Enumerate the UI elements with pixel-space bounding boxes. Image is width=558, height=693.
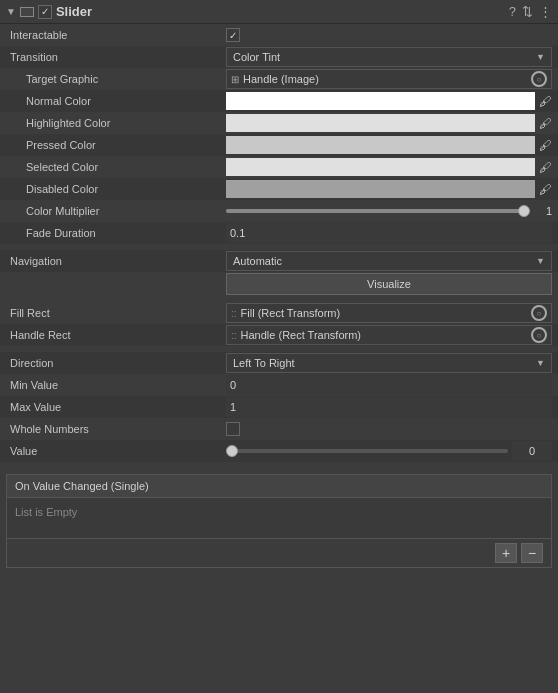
event-empty-text: List is Empty: [15, 506, 77, 518]
eyedropper-pressed-icon[interactable]: 🖋: [539, 138, 552, 153]
max-value-input[interactable]: [226, 397, 552, 417]
component-header: ▼ Slider ? ⇅ ⋮: [0, 0, 558, 24]
color-multiplier-slider-row: 1: [226, 205, 552, 217]
header-actions: ? ⇅ ⋮: [509, 4, 552, 19]
transition-row: Transition Color Tint ▼: [0, 46, 558, 68]
target-graphic-value: ⊞ Handle (Image) ○: [226, 69, 552, 89]
expand-icon[interactable]: ▼: [6, 6, 16, 17]
event-section-body: List is Empty: [7, 498, 551, 538]
value-slider-track[interactable]: [226, 449, 508, 453]
grid-icon: ::: [231, 308, 237, 319]
navigation-value: Automatic ▼: [226, 251, 552, 271]
color-multiplier-label: Color Multiplier: [6, 205, 226, 217]
fill-rect-circle-icon[interactable]: ○: [531, 305, 547, 321]
value-row: Value: [0, 440, 558, 462]
help-icon[interactable]: ?: [509, 4, 516, 19]
interactable-row: Interactable: [0, 24, 558, 46]
fill-rect-value: :: Fill (Rect Transform) ○: [226, 303, 552, 323]
disabled-color-label: Disabled Color: [6, 183, 226, 195]
visualize-button[interactable]: Visualize: [226, 273, 552, 295]
navigation-label: Navigation: [6, 255, 226, 267]
object-icon: ⊞: [231, 74, 239, 85]
pressed-color-value: 🖋: [226, 136, 552, 154]
highlighted-color-value: 🖋: [226, 114, 552, 132]
normal-color-value: 🖋: [226, 92, 552, 110]
value-slider-row: [226, 441, 552, 461]
disabled-color-swatch[interactable]: [226, 180, 535, 198]
component-title: Slider: [56, 4, 505, 19]
highlighted-color-label: Highlighted Color: [6, 117, 226, 129]
target-graphic-label: Target Graphic: [6, 73, 226, 85]
interactable-value: [226, 28, 552, 42]
fill-rect-row: Fill Rect :: Fill (Rect Transform) ○: [0, 302, 558, 324]
handle-rect-field[interactable]: :: Handle (Rect Transform) ○: [226, 325, 552, 345]
pressed-color-swatch[interactable]: [226, 136, 535, 154]
normal-color-label: Normal Color: [6, 95, 226, 107]
handle-rect-row: Handle Rect :: Handle (Rect Transform) ○: [0, 324, 558, 346]
selected-color-value: 🖋: [226, 158, 552, 176]
value-slider-thumb[interactable]: [226, 445, 238, 457]
fade-duration-value: [226, 223, 552, 243]
handle-rect-label: Handle Rect: [6, 329, 226, 341]
direction-value: Left To Right ▼: [226, 353, 552, 373]
event-section: On Value Changed (Single) List is Empty …: [6, 474, 552, 568]
color-multiplier-fill: [226, 209, 524, 213]
direction-label: Direction: [6, 357, 226, 369]
visibility-icon[interactable]: [20, 7, 34, 17]
remove-event-button[interactable]: −: [521, 543, 543, 563]
min-value-row: Min Value: [0, 374, 558, 396]
fade-duration-label: Fade Duration: [6, 227, 226, 239]
color-multiplier-value: 1: [226, 205, 552, 217]
navigation-row: Navigation Automatic ▼: [0, 250, 558, 272]
whole-numbers-label: Whole Numbers: [6, 423, 226, 435]
visualize-row: Visualize: [0, 272, 558, 296]
pressed-color-label: Pressed Color: [6, 139, 226, 151]
selected-color-label: Selected Color: [6, 161, 226, 173]
eyedropper-highlighted-icon[interactable]: 🖋: [539, 116, 552, 131]
selected-color-swatch[interactable]: [226, 158, 535, 176]
selected-color-row: Selected Color 🖋: [0, 156, 558, 178]
spacer-4: [0, 462, 558, 468]
min-value-input[interactable]: [226, 375, 552, 395]
target-graphic-field[interactable]: ⊞ Handle (Image) ○: [226, 69, 552, 89]
eyedropper-selected-icon[interactable]: 🖋: [539, 160, 552, 175]
visualize-btn-area: Visualize: [226, 273, 552, 295]
chevron-down-icon: ▼: [536, 52, 545, 62]
highlighted-color-swatch[interactable]: [226, 114, 535, 132]
fill-rect-label: Fill Rect: [6, 307, 226, 319]
preset-icon[interactable]: ⇅: [522, 4, 533, 19]
eyedropper-icon[interactable]: 🖋: [539, 94, 552, 109]
disabled-color-value: 🖋: [226, 180, 552, 198]
pressed-color-row: Pressed Color 🖋: [0, 134, 558, 156]
min-value-area: [226, 375, 552, 395]
whole-numbers-row: Whole Numbers: [0, 418, 558, 440]
fill-rect-field[interactable]: :: Fill (Rect Transform) ○: [226, 303, 552, 323]
transition-value: Color Tint ▼: [226, 47, 552, 67]
color-multiplier-row: Color Multiplier 1: [0, 200, 558, 222]
color-multiplier-track[interactable]: [226, 209, 524, 213]
handle-rect-circle-icon[interactable]: ○: [531, 327, 547, 343]
target-circle-icon[interactable]: ○: [531, 71, 547, 87]
interactable-checkbox[interactable]: [226, 28, 240, 42]
menu-icon[interactable]: ⋮: [539, 4, 552, 19]
whole-numbers-checkbox[interactable]: [226, 422, 240, 436]
color-multiplier-number: 1: [528, 205, 552, 217]
transition-dropdown[interactable]: Color Tint ▼: [226, 47, 552, 67]
normal-color-swatch[interactable]: [226, 92, 535, 110]
value-input[interactable]: [512, 441, 552, 461]
add-event-button[interactable]: +: [495, 543, 517, 563]
direction-row: Direction Left To Right ▼: [0, 352, 558, 374]
event-section-title: On Value Changed (Single): [7, 475, 551, 498]
handle-rect-value: :: Handle (Rect Transform) ○: [226, 325, 552, 345]
fade-duration-input[interactable]: [226, 223, 552, 243]
color-multiplier-thumb[interactable]: [518, 205, 530, 217]
normal-color-row: Normal Color 🖋: [0, 90, 558, 112]
navigation-dropdown[interactable]: Automatic ▼: [226, 251, 552, 271]
eyedropper-disabled-icon[interactable]: 🖋: [539, 182, 552, 197]
min-value-label: Min Value: [6, 379, 226, 391]
max-value-area: [226, 397, 552, 417]
direction-dropdown[interactable]: Left To Right ▼: [226, 353, 552, 373]
interactable-label: Interactable: [6, 29, 226, 41]
checkbox-enabled[interactable]: [38, 5, 52, 19]
inspector-content: Interactable Transition Color Tint ▼ Tar…: [0, 24, 558, 568]
